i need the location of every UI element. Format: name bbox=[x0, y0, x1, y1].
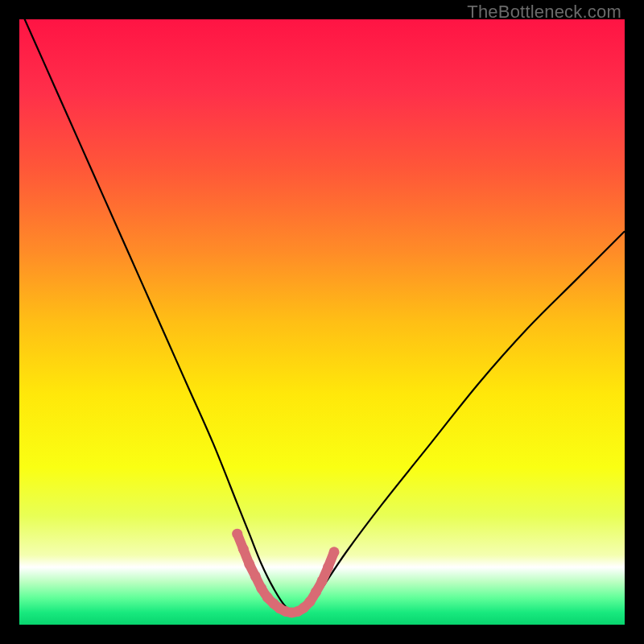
highlight-dot bbox=[232, 529, 242, 539]
highlight-dot bbox=[329, 547, 340, 557]
highlight-dot bbox=[311, 587, 321, 597]
highlight-dot bbox=[317, 576, 328, 586]
highlight-dot bbox=[256, 583, 266, 593]
highlight-dot bbox=[244, 559, 254, 569]
highlight-dot bbox=[238, 544, 249, 555]
highlight-dot bbox=[250, 571, 261, 581]
chart-frame bbox=[19, 19, 625, 625]
highlight-dot bbox=[323, 562, 333, 572]
highlight-dot bbox=[304, 597, 315, 607]
bottleneck-chart bbox=[19, 19, 625, 625]
